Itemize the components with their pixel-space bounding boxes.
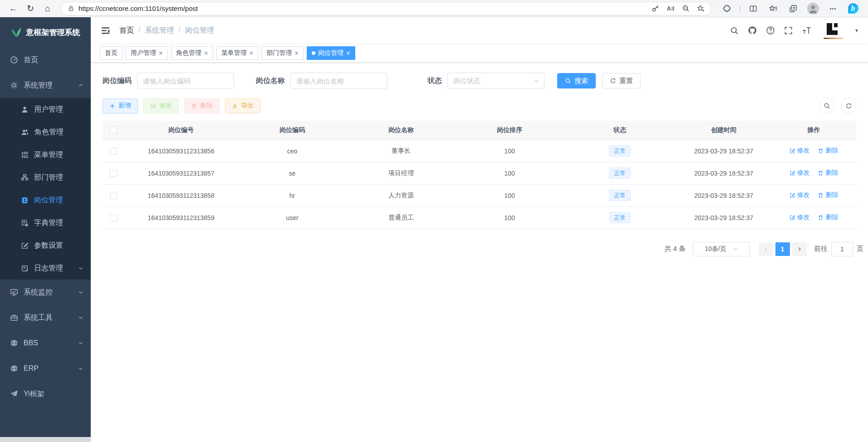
trash-icon xyxy=(191,103,197,109)
row-delete-link[interactable]: 删除 xyxy=(818,213,838,221)
breadcrumb-home[interactable]: 首页 xyxy=(119,26,134,35)
post-name-input[interactable] xyxy=(290,73,387,89)
row-checkbox[interactable] xyxy=(110,147,117,155)
edit-icon xyxy=(790,148,795,154)
sidebar-item-tools[interactable]: 系统工具 xyxy=(0,305,91,330)
app-logo[interactable]: 意框架管理系统 xyxy=(0,17,91,47)
tab-role-management[interactable]: 角色管理 × xyxy=(171,46,213,60)
favorite-add-icon[interactable] xyxy=(697,5,705,12)
row-checkbox[interactable] xyxy=(110,214,117,221)
refresh-table-button[interactable] xyxy=(841,98,856,113)
browser-home-button[interactable]: ⌂ xyxy=(40,1,55,16)
export-button[interactable]: 导出 xyxy=(225,98,260,113)
sidebar-item-departments[interactable]: 部门管理 xyxy=(0,166,91,189)
sidebar-scrollbar[interactable] xyxy=(0,437,91,442)
sidebar-item-users[interactable]: 用户管理 xyxy=(0,98,91,121)
row-edit-link[interactable]: 修改 xyxy=(790,213,810,221)
github-icon[interactable] xyxy=(748,26,757,35)
select-all-checkbox[interactable] xyxy=(110,127,117,134)
sidebar-item-yi-framework[interactable]: Yi框架 xyxy=(0,381,91,407)
fullscreen-icon[interactable] xyxy=(784,26,793,35)
show-search-toggle-button[interactable] xyxy=(819,98,834,113)
row-checkbox[interactable] xyxy=(110,170,117,177)
sidebar-item-monitoring[interactable]: 系统监控 xyxy=(0,280,91,305)
row-delete-link[interactable]: 删除 xyxy=(818,147,838,155)
post-code-input[interactable] xyxy=(137,73,234,89)
id-badge-icon xyxy=(21,196,29,204)
tab-department-management[interactable]: 部门管理 × xyxy=(261,46,304,60)
sidebar-item-menus[interactable]: 菜单管理 xyxy=(0,143,91,166)
page-content: 岗位编码 岗位名称 状态 岗位状态 搜索 重置 xyxy=(91,63,868,442)
delete-button[interactable]: 删除 xyxy=(184,98,220,113)
zoom-out-icon[interactable] xyxy=(682,5,690,12)
sidebar-item-roles[interactable]: 角色管理 xyxy=(0,121,91,143)
prev-page-button[interactable] xyxy=(759,242,773,256)
add-button[interactable]: 新增 xyxy=(103,98,138,113)
tab-home[interactable]: 首页 xyxy=(100,46,123,60)
browser-refresh-button[interactable]: ↻ xyxy=(23,1,38,16)
table-toolbar: 新增 修改 删除 导出 xyxy=(103,98,856,113)
browser-actions: | ••• b xyxy=(717,1,863,16)
leaf-logo-icon xyxy=(11,27,22,38)
address-bar[interactable]: https://ccnetcore.com:1101/system/post xyxy=(61,2,712,15)
copilot-bing-icon[interactable]: b xyxy=(845,1,861,16)
toolbar-divider: | xyxy=(739,5,741,13)
search-icon xyxy=(565,78,571,84)
password-key-icon[interactable] xyxy=(652,5,659,12)
avatar-underline xyxy=(824,38,843,39)
more-menu-icon[interactable]: ••• xyxy=(825,1,841,16)
sidebar-item-posts[interactable]: 岗位管理 xyxy=(0,189,91,211)
row-edit-link[interactable]: 修改 xyxy=(790,169,810,177)
row-edit-link[interactable]: 修改 xyxy=(790,191,810,199)
table-header-row: 岗位编号 岗位编码 岗位名称 岗位排序 状态 创建时间 操作 xyxy=(103,121,856,140)
monitor-icon xyxy=(10,288,18,296)
sidebar-item-parameters[interactable]: 参数设置 xyxy=(0,234,91,257)
posts-table: 岗位编号 岗位编码 岗位名称 岗位排序 状态 创建时间 操作 164103059… xyxy=(103,121,856,229)
favorites-icon[interactable] xyxy=(765,1,781,16)
font-size-icon[interactable] xyxy=(802,26,812,35)
sidebar-item-logs[interactable]: 日志管理 xyxy=(0,257,91,280)
close-icon[interactable]: × xyxy=(250,49,254,56)
profile-avatar[interactable] xyxy=(805,1,821,16)
browser-back-button[interactable]: ← xyxy=(5,1,21,16)
collections-icon[interactable] xyxy=(785,1,801,16)
tab-menu-management[interactable]: 菜单管理 × xyxy=(216,46,259,60)
edit-button[interactable]: 修改 xyxy=(143,98,179,113)
next-page-button[interactable] xyxy=(792,242,807,256)
goto-page-input[interactable] xyxy=(831,242,853,256)
row-checkbox[interactable] xyxy=(110,192,117,199)
lock-icon xyxy=(68,5,74,12)
close-icon[interactable]: × xyxy=(204,49,208,56)
reset-button[interactable]: 重置 xyxy=(602,73,641,88)
sidebar-item-erp[interactable]: ERP xyxy=(0,356,91,381)
sidebar-item-system[interactable]: 系统管理 xyxy=(0,73,91,98)
close-icon[interactable]: × xyxy=(294,49,299,56)
org-tree-icon xyxy=(21,174,29,182)
extensions-icon[interactable] xyxy=(719,1,735,16)
close-icon[interactable]: × xyxy=(346,49,350,56)
page-size-select[interactable]: 10条/页 xyxy=(693,242,750,256)
search-button[interactable]: 搜索 xyxy=(557,73,596,88)
help-icon[interactable] xyxy=(766,26,775,35)
row-delete-link[interactable]: 删除 xyxy=(818,191,838,199)
col-operations: 操作 xyxy=(771,121,856,140)
sidebar-fold-icon[interactable] xyxy=(101,26,110,35)
status-select[interactable]: 岗位状态 xyxy=(447,73,544,89)
tab-post-management[interactable]: 岗位管理 × xyxy=(307,46,355,60)
breadcrumb-current: 岗位管理 xyxy=(185,26,214,35)
row-edit-link[interactable]: 修改 xyxy=(790,147,810,155)
sidebar-item-bbs[interactable]: BBS xyxy=(0,330,91,356)
avatar-caret-icon[interactable]: ▾ xyxy=(855,27,858,34)
table-row: 1641030593112313857 se 项目经理 100 正常 2023-… xyxy=(103,162,856,184)
user-avatar[interactable] xyxy=(824,22,843,39)
sidebar-item-home[interactable]: 首页 xyxy=(0,47,91,73)
row-delete-link[interactable]: 删除 xyxy=(818,169,838,177)
read-aloud-icon[interactable] xyxy=(667,5,675,12)
refresh-icon xyxy=(845,103,852,109)
page-number-button[interactable]: 1 xyxy=(775,242,790,256)
sidebar-item-dictionary[interactable]: 字典管理 xyxy=(0,211,91,234)
tab-user-management[interactable]: 用户管理 × xyxy=(126,46,168,60)
close-icon[interactable]: × xyxy=(159,49,163,56)
split-screen-icon[interactable] xyxy=(745,1,761,16)
header-search-icon[interactable] xyxy=(730,26,739,35)
